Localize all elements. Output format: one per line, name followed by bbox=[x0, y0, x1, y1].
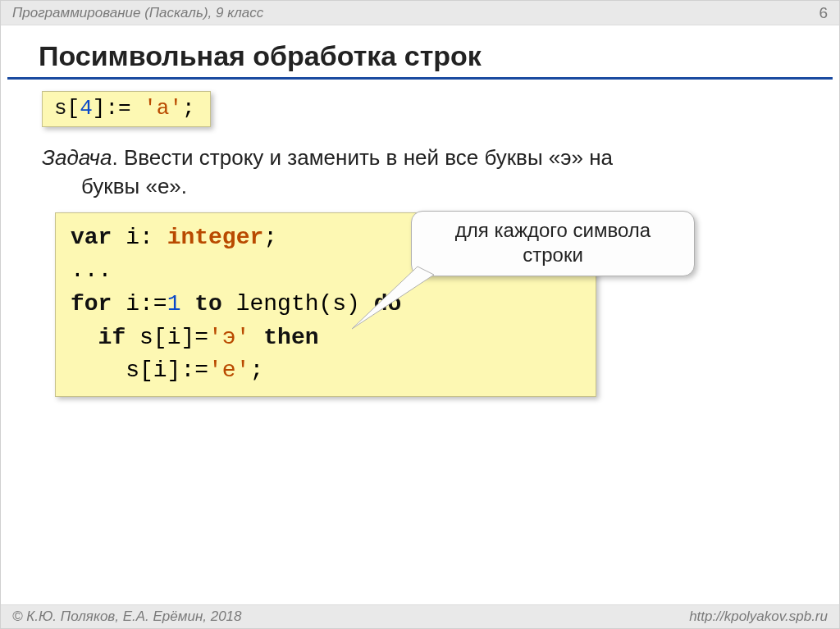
code-keyword-if: if bbox=[98, 325, 126, 350]
code-text bbox=[71, 325, 98, 350]
code-string: а bbox=[157, 96, 170, 121]
code-quote: ' bbox=[208, 325, 222, 350]
code-text: [ bbox=[67, 96, 80, 121]
callout-line1: для каждого символа bbox=[455, 219, 651, 241]
slide-content: s[4]:= 'а'; Задача. Ввести строку и заме… bbox=[1, 91, 839, 397]
header-bar: Программирование (Паскаль), 9 класс 6 bbox=[1, 1, 839, 25]
code-text: s[i]:= bbox=[71, 358, 208, 383]
code-number: 4 bbox=[80, 96, 93, 121]
code-text: ]:= bbox=[93, 96, 144, 121]
code-text: ; bbox=[249, 358, 263, 383]
code-text: ... bbox=[71, 258, 112, 283]
task-description: Задача. Ввести строку и заменить в ней в… bbox=[42, 144, 806, 201]
code-keyword-to: to bbox=[194, 291, 222, 317]
code-keyword-for: for bbox=[71, 291, 112, 317]
code-quote: ' bbox=[169, 96, 182, 121]
code-quote: ' bbox=[144, 96, 157, 121]
task-label: Задача bbox=[42, 145, 112, 170]
footer-copyright: © К.Ю. Поляков, Е.А. Ерёмин, 2018 bbox=[12, 608, 242, 625]
code-quote: ' bbox=[236, 358, 250, 383]
code-type-integer: integer bbox=[167, 225, 264, 250]
task-line2: буквы «е». bbox=[42, 174, 187, 198]
code-text: i:= bbox=[112, 291, 167, 317]
callout-line2: строки bbox=[523, 244, 583, 266]
code-text: ; bbox=[263, 225, 277, 250]
task-line1: Ввести строку и заменить в ней все буквы… bbox=[124, 145, 613, 170]
code-number: 1 bbox=[167, 291, 181, 317]
code-string: е bbox=[222, 358, 236, 383]
code-text bbox=[249, 325, 263, 350]
code-text: s[i]= bbox=[126, 325, 208, 350]
code-keyword-then: then bbox=[263, 325, 318, 350]
task-dot: . bbox=[112, 145, 123, 170]
header-left: Программирование (Паскаль), 9 класс bbox=[12, 5, 263, 21]
callout-bubble: для каждого символа строки bbox=[411, 211, 695, 276]
svg-marker-0 bbox=[352, 267, 434, 329]
code-snippet-assignment: s[4]:= 'а'; bbox=[42, 91, 211, 127]
footer-url: http://kpolyakov.spb.ru bbox=[689, 608, 828, 625]
code-keyword-var: var bbox=[71, 225, 112, 250]
code-quote: ' bbox=[208, 358, 222, 383]
code-text: length(s) bbox=[222, 291, 374, 317]
code-text: i: bbox=[112, 225, 167, 250]
slide-title: Посимвольная обработка строк bbox=[7, 25, 833, 80]
page-number: 6 bbox=[819, 4, 828, 22]
footer-bar: © К.Ю. Поляков, Е.А. Ерёмин, 2018 http:/… bbox=[1, 604, 839, 628]
code-text bbox=[180, 291, 194, 317]
code-text: ; bbox=[182, 96, 195, 121]
code-string: э bbox=[222, 325, 236, 350]
code-text: s bbox=[54, 96, 67, 121]
code-quote: ' bbox=[236, 325, 250, 350]
